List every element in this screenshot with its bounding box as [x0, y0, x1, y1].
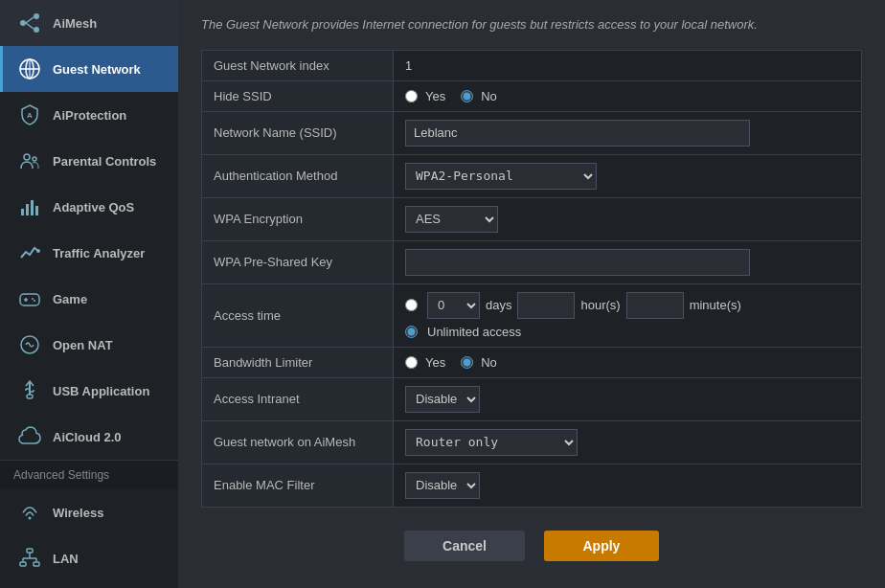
sidebar-item-aimesh[interactable]: AiMesh — [0, 0, 178, 46]
hide-ssid-no-label[interactable]: No — [461, 89, 497, 103]
page-description: The Guest Network provides Internet conn… — [201, 15, 862, 34]
globe-icon — [16, 56, 43, 82]
sidebar-item-traffic-analyzer[interactable]: Traffic Analyzer — [0, 230, 178, 276]
svg-point-11 — [33, 157, 36, 161]
auth-method-select[interactable]: WPA2-Personal WPA3-Personal Open System — [405, 163, 597, 190]
wpa-encryption-select[interactable]: AES TKIP AES+TKIP — [405, 206, 498, 233]
hours-label: hour(s) — [580, 298, 620, 312]
days-label: days — [486, 298, 511, 312]
settings-table: Guest Network index 1 Hide SSID Yes No — [201, 50, 862, 508]
row-mac-filter: Enable MAC Filter Disable Enable — [202, 464, 862, 507]
label-mac-filter: Enable MAC Filter — [202, 464, 394, 507]
bandwidth-no-label[interactable]: No — [461, 355, 497, 370]
sidebar-item-guest-network[interactable]: Guest Network — [0, 46, 178, 92]
mac-filter-select[interactable]: Disable Enable — [405, 472, 480, 499]
button-bar: Cancel Apply — [201, 523, 862, 561]
label-access-intranet: Access Intranet — [202, 377, 394, 420]
svg-text:A: A — [27, 111, 33, 120]
svg-rect-17 — [20, 294, 39, 305]
row-access-time: Access time 0 1 2 days hour(s) — [202, 283, 862, 347]
minutes-label: minute(s) — [690, 298, 741, 312]
access-time-timed-radio[interactable] — [405, 299, 418, 311]
sidebar-label-usb-application: USB Application — [53, 384, 149, 398]
sidebar-label-open-nat: Open NAT — [53, 338, 113, 352]
advanced-settings-label: Advanced Settings — [13, 468, 109, 482]
bandwidth-no-radio[interactable] — [461, 356, 473, 369]
access-time-hours-input[interactable] — [517, 292, 575, 319]
network-name-input[interactable] — [405, 120, 750, 147]
svg-point-20 — [32, 298, 34, 300]
sidebar-label-aimesh: AiMesh — [53, 16, 97, 31]
row-wpa-key: WPA Pre-Shared Key — [202, 240, 862, 283]
traffic-icon — [16, 239, 43, 266]
sidebar-item-adaptive-qos[interactable]: Adaptive QoS — [0, 184, 178, 230]
sidebar-item-wireless[interactable]: Wireless — [0, 489, 178, 535]
label-hide-ssid: Hide SSID — [202, 80, 394, 111]
access-intranet-select[interactable]: Disable Enable — [405, 386, 480, 413]
advanced-settings-header: Advanced Settings — [0, 460, 178, 489]
access-time-container: 0 1 2 days hour(s) minute(s) — [405, 292, 850, 339]
label-guest-network-index: Guest Network index — [202, 50, 394, 80]
svg-point-28 — [29, 517, 32, 520]
game-icon — [16, 285, 43, 312]
svg-point-10 — [24, 154, 30, 160]
sidebar-item-aiprotection[interactable]: A AiProtection — [0, 92, 178, 138]
access-time-days-select[interactable]: 0 1 2 — [427, 292, 480, 319]
chart-icon — [16, 193, 43, 220]
hide-ssid-yes-radio[interactable] — [405, 90, 418, 102]
wpa-key-input[interactable] — [405, 249, 750, 276]
row-hide-ssid: Hide SSID Yes No — [202, 80, 862, 111]
svg-point-1 — [34, 13, 39, 19]
sidebar-label-guest-network: Guest Network — [53, 62, 141, 77]
access-time-unlimited-radio[interactable] — [405, 326, 418, 338]
sidebar-label-parental-controls: Parental Controls — [53, 154, 156, 169]
sidebar-item-open-nat[interactable]: Open NAT — [0, 322, 178, 368]
svg-line-4 — [26, 23, 34, 29]
value-hide-ssid: Yes No — [394, 80, 862, 111]
value-mac-filter: Disable Enable — [394, 464, 862, 507]
label-bandwidth-limiter: Bandwidth Limiter — [202, 347, 394, 377]
sidebar-label-lan: LAN — [53, 552, 79, 566]
value-wpa-encryption: AES TKIP AES+TKIP — [394, 197, 862, 240]
value-guest-network-aimesh: Router only All nodes — [394, 420, 862, 464]
row-guest-network-index: Guest Network index 1 — [202, 50, 862, 80]
cancel-button[interactable]: Cancel — [404, 531, 525, 561]
value-access-time: 0 1 2 days hour(s) minute(s) — [394, 283, 862, 347]
row-bandwidth-limiter: Bandwidth Limiter Yes No — [202, 347, 862, 377]
sidebar-label-traffic-analyzer: Traffic Analyzer — [53, 246, 145, 260]
hide-ssid-radio-group: Yes No — [405, 89, 850, 103]
sidebar-item-parental-controls[interactable]: Parental Controls — [0, 138, 178, 184]
value-access-intranet: Disable Enable — [394, 377, 862, 420]
lan-icon — [16, 545, 43, 572]
sidebar-item-usb-application[interactable]: USB Application — [0, 368, 178, 414]
wireless-icon — [16, 499, 43, 526]
value-auth-method: WPA2-Personal WPA3-Personal Open System — [394, 154, 862, 197]
sidebar-item-aicloud[interactable]: AiCloud 2.0 — [0, 414, 178, 460]
value-wpa-key — [394, 240, 862, 283]
sidebar-label-game: Game — [53, 292, 87, 306]
hide-ssid-yes-label[interactable]: Yes — [405, 89, 445, 103]
unlimited-label: Unlimited access — [427, 325, 521, 339]
row-auth-method: Authentication Method WPA2-Personal WPA3… — [202, 154, 862, 197]
svg-rect-31 — [34, 562, 39, 566]
hide-ssid-no-radio[interactable] — [461, 90, 473, 102]
svg-point-0 — [20, 20, 26, 26]
usb-icon — [16, 377, 43, 404]
sidebar-label-aiprotection: AiProtection — [53, 108, 126, 123]
sidebar-item-game[interactable]: Game — [0, 276, 178, 322]
label-auth-method: Authentication Method — [202, 154, 394, 197]
svg-rect-23 — [27, 395, 33, 398]
access-time-minutes-input[interactable] — [626, 292, 684, 319]
sidebar-item-lan[interactable]: LAN — [0, 535, 178, 581]
sidebar: AiMesh Guest Network A AiProtection Pare… — [0, 0, 178, 588]
main-content: The Guest Network provides Internet conn… — [178, 0, 885, 588]
guest-network-aimesh-select[interactable]: Router only All nodes — [405, 429, 578, 456]
svg-point-21 — [34, 300, 35, 302]
bandwidth-yes-radio[interactable] — [405, 356, 418, 369]
apply-button[interactable]: Apply — [544, 531, 659, 561]
access-time-timed: 0 1 2 days hour(s) minute(s) — [405, 292, 850, 319]
sidebar-label-adaptive-qos: Adaptive QoS — [53, 200, 134, 215]
bandwidth-yes-label[interactable]: Yes — [405, 355, 445, 370]
cloud-icon — [16, 423, 43, 450]
svg-rect-29 — [27, 549, 33, 553]
